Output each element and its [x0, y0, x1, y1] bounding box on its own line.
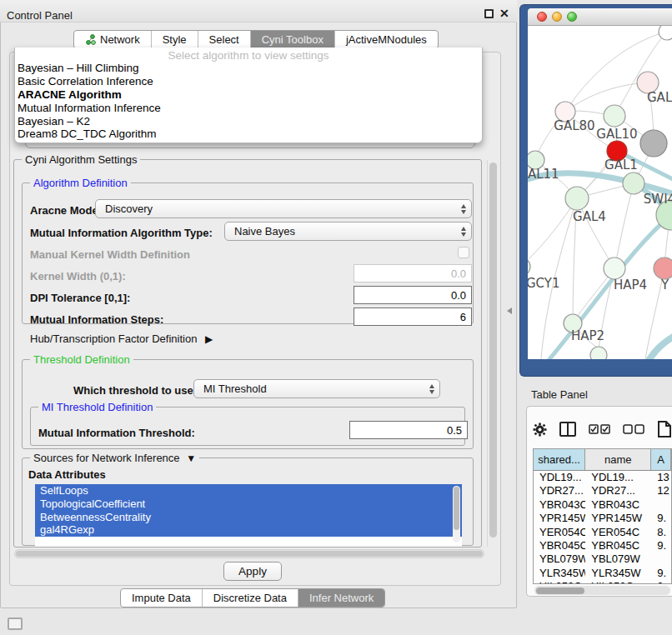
dropdown-item-selected[interactable]: ARACNE Algorithm: [15, 88, 482, 102]
node-gray[interactable]: [640, 130, 667, 157]
spinner-arrows-icon: [456, 227, 471, 237]
list-item[interactable]: SelfLoops: [35, 484, 462, 498]
node-swi4[interactable]: [623, 172, 644, 194]
deselect-all-columns-icon[interactable]: [623, 424, 644, 434]
which-threshold-select[interactable]: MI Threshold: [193, 379, 440, 398]
manual-kernel-label: Manual Kernel Width Definition: [30, 248, 190, 261]
network-icon: [85, 34, 96, 45]
node-label: GAL11: [528, 167, 559, 182]
dropdown-item[interactable]: Dream8 DC_TDC Algorithm: [15, 128, 482, 141]
column-header[interactable]: A: [651, 449, 671, 470]
settings-vertical-scrollbar[interactable]: [487, 160, 498, 547]
collapsed-arrow-icon: ▶: [205, 333, 213, 345]
algorithm-definition-title: Algorithm Definition: [30, 177, 131, 189]
node[interactable]: [590, 347, 607, 359]
mi-steps-label: Mutual Information Steps:: [30, 313, 163, 326]
table-row[interactable]: YBR045CYBR045C9.: [534, 539, 671, 552]
node-label: Y: [660, 278, 669, 292]
minimized-panel-icon[interactable]: [8, 618, 23, 630]
apply-button[interactable]: Apply: [223, 562, 282, 581]
settings-horizontal-scrollbar[interactable]: [14, 549, 484, 558]
node-label: GAL4: [573, 209, 606, 224]
gear-icon[interactable]: [533, 422, 547, 437]
mac-zoom-button[interactable]: [567, 12, 577, 22]
table-row[interactable]: YDL19...YDL19...13: [534, 471, 671, 484]
node-gal10[interactable]: [604, 105, 625, 127]
tab-style[interactable]: Style: [151, 31, 198, 48]
table-row[interactable]: YPR145WYPR145W9.: [534, 512, 671, 525]
split-pane-icon[interactable]: [559, 422, 576, 437]
threshold-definition-title: Threshold Definition: [30, 353, 133, 366]
node-hap4[interactable]: [604, 258, 625, 279]
dropdown-item[interactable]: Basic Correlation Inference: [15, 75, 482, 88]
node-label: GAL1: [604, 158, 638, 172]
dropdown-item[interactable]: Bayesian – Hill Climbing: [15, 62, 482, 75]
node-gcy1[interactable]: [528, 258, 530, 276]
tab-select[interactable]: Select: [198, 31, 250, 48]
page-icon[interactable]: [657, 421, 672, 438]
node-label: GAL10: [596, 127, 637, 142]
node-salmon[interactable]: [654, 258, 672, 279]
table-row[interactable]: YER054CYER054C8.: [534, 526, 671, 539]
tab-jactivemnodules[interactable]: jActiveMNodules: [334, 31, 438, 48]
table-row[interactable]: YDR27...YDR27...12: [534, 484, 671, 498]
list-item[interactable]: BetweennessCentrality: [35, 511, 462, 524]
dpi-tolerance-field[interactable]: 0.0: [354, 286, 472, 304]
column-header[interactable]: shared...: [534, 449, 585, 470]
which-threshold-label: Which threshold to use:: [73, 384, 197, 397]
tab-infer-network[interactable]: Infer Network: [298, 589, 384, 607]
table-row[interactable]: YBR043CYBR043C: [534, 498, 671, 512]
mi-threshold-label: Mutual Information Threshold:: [38, 427, 195, 439]
node-label: HAP2: [571, 328, 604, 343]
dpi-tolerance-label: DPI Tolerance [0,1]:: [30, 292, 130, 304]
table-horizontal-scrollbar[interactable]: [534, 586, 670, 595]
kernel-width-label: Kernel Width (0,1):: [30, 270, 126, 282]
mi-threshold-definition-title: MI Threshold Definition: [38, 401, 156, 413]
node-label: HAP4: [614, 278, 647, 292]
node-table: shared... name A YDL19...YDL19...13 YDR2…: [533, 448, 672, 584]
bottom-tabbar: Impute Data Discretize Data Infer Networ…: [120, 588, 385, 608]
dropdown-item[interactable]: Mutual Information Inference: [15, 102, 482, 115]
spinner-arrows-icon: [424, 384, 439, 394]
table-toolbar: [533, 417, 672, 442]
column-header[interactable]: name: [585, 449, 651, 470]
table-row[interactable]: YLR345WYLR345W9.: [534, 567, 671, 580]
tab-network[interactable]: Network: [74, 31, 151, 48]
manual-kernel-checkbox[interactable]: [458, 247, 469, 258]
node-label: GAL80: [554, 118, 594, 133]
network-graph: GAL GAL80 GAL10 GAL1 GAL11 SWI4 GAL4 GCY…: [528, 26, 672, 359]
mac-close-button[interactable]: [537, 12, 547, 22]
node[interactable]: [659, 26, 672, 40]
spinner-arrows-icon: [456, 204, 471, 214]
list-vertical-scrollbar[interactable]: [453, 486, 460, 542]
data-attributes-list: SelfLoops TopologicalCoefficient Between…: [35, 484, 462, 547]
tab-discretize-data[interactable]: Discretize Data: [202, 589, 298, 607]
mi-threshold-field[interactable]: 0.5: [349, 421, 468, 439]
data-attributes-label: Data Attributes: [28, 468, 106, 481]
aracne-mode-label: Aracne Mode:: [30, 204, 102, 217]
dropdown-item[interactable]: Bayesian – K2: [15, 115, 482, 128]
mi-type-label: Mutual Information Algorithm Type:: [30, 227, 213, 239]
expanded-arrow-icon: ▼: [186, 452, 196, 464]
tab-impute-data[interactable]: Impute Data: [121, 589, 202, 607]
close-icon[interactable]: ✕: [499, 7, 509, 20]
mac-minimize-button[interactable]: [552, 12, 562, 22]
splitter-collapse-icon[interactable]: [507, 308, 512, 314]
table-row[interactable]: YIL052CYIL052C0.: [534, 580, 671, 584]
sources-group-title[interactable]: Sources for Network Inference ▼: [30, 452, 199, 464]
network-canvas[interactable]: GAL GAL80 GAL10 GAL1 GAL11 SWI4 GAL4 GCY…: [528, 26, 672, 359]
mi-steps-field[interactable]: 6: [354, 308, 472, 326]
control-panel-titlebar: [0, 0, 517, 22]
aracne-mode-select[interactable]: Discovery: [95, 199, 472, 218]
tab-cyni-toolbox[interactable]: Cyni Toolbox: [250, 31, 334, 48]
float-window-button[interactable]: [484, 9, 494, 18]
table-row[interactable]: YBL079WYBL079W: [534, 552, 671, 566]
mi-type-select[interactable]: Naive Bayes: [224, 222, 472, 241]
list-item[interactable]: gal4RGexp: [35, 523, 462, 537]
kernel-width-field[interactable]: 0.0: [354, 264, 472, 282]
tab-network-label: Network: [100, 33, 140, 46]
hub-definition-toggle[interactable]: Hub/Transcription Factor Definition ▶: [30, 332, 213, 345]
list-item[interactable]: TopologicalCoefficient: [35, 498, 462, 511]
node-gal4[interactable]: [565, 187, 589, 210]
select-all-columns-icon[interactable]: [589, 424, 610, 434]
